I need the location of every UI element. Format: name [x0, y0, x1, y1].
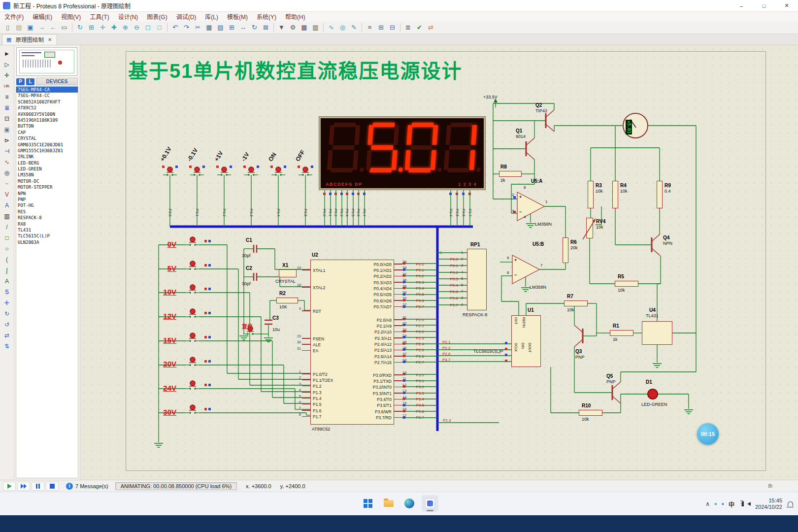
mcu-pin[interactable]: 34P0.5/AD5P0.5	[311, 292, 394, 298]
regulator-tl431[interactable]	[642, 321, 672, 345]
device-list-item[interactable]: CAP	[16, 130, 78, 135]
menu-item[interactable]: 帮助(H)	[281, 12, 310, 21]
zoom-out-icon[interactable]: ⊖	[132, 22, 142, 33]
mcu-pin[interactable]: 33P0.6/AD6P0.6	[311, 298, 394, 303]
current-probe-icon[interactable]: A	[1, 200, 12, 210]
origin-icon[interactable]: ✛	[98, 22, 108, 33]
device-list-item[interactable]: B45196H1106K109	[16, 117, 78, 123]
mcu-pin[interactable]: 14P3.4/T0P3.4	[311, 397, 394, 402]
wire-label-icon[interactable]: LBL	[1, 81, 12, 91]
tray-app-icon[interactable]: ●	[714, 501, 717, 506]
buses-icon[interactable]: ≣	[1, 102, 12, 113]
voltmeter[interactable]: +5.01	[623, 113, 648, 138]
push-button-+0.1v[interactable]	[164, 165, 176, 177]
mcu-pin[interactable]: 22P2.1/A9P2.1	[311, 323, 394, 329]
voltage-button-5v[interactable]	[186, 259, 199, 271]
2d-line-icon[interactable]: /	[1, 222, 12, 232]
voltage-button-12v[interactable]	[186, 306, 199, 319]
menu-item[interactable]: 视图(V)	[57, 12, 85, 21]
push-button--1v[interactable]	[245, 165, 258, 177]
resistor-r2[interactable]	[276, 298, 298, 303]
seven-segment-display[interactable]: ABCDEFG DP 1 2 3 4	[319, 117, 485, 190]
device-list-item[interactable]: BUTTON	[16, 123, 78, 129]
virtual-instruments-icon[interactable]: ▥	[1, 211, 12, 221]
device-list-item[interactable]: GRM1555C1H300JZ01	[16, 148, 78, 154]
device-list-item[interactable]: RESPACK-8	[16, 215, 78, 221]
menu-item[interactable]: 文件(F)	[0, 12, 28, 21]
minimize-button[interactable]: –	[730, 0, 753, 11]
zoom-area-icon[interactable]: □	[154, 22, 165, 33]
menu-item[interactable]: 库(L)	[200, 12, 223, 21]
device-list-item[interactable]: PNP	[16, 197, 78, 202]
respack-rp1[interactable]	[467, 249, 487, 310]
edge-browser-icon[interactable]	[401, 495, 418, 512]
rp1-pin[interactable]: P0.02	[438, 256, 467, 263]
mcu-pin[interactable]: 10P3.0/RXDP3.0	[311, 372, 394, 378]
mcu-pin[interactable]: 24P2.3/A11P2.3	[311, 335, 394, 341]
resistor-r1[interactable]	[610, 330, 633, 336]
h-mirror-icon[interactable]: ⇄	[1, 330, 12, 340]
mcu-pin[interactable]: 26P2.5/A13P2.5	[311, 347, 394, 353]
mcu-pin[interactable]: 37P0.2/AD2P0.2	[311, 273, 394, 279]
rp1-pin[interactable]: P0.68	[438, 295, 467, 301]
mcu-pin[interactable]: 13P3.3/INT1P3.3	[311, 390, 394, 396]
step-simulation-button[interactable]	[17, 482, 30, 491]
voltage-probe-icon[interactable]: V	[1, 189, 12, 200]
device-list-item[interactable]: 7SEG-MPX4-CA	[16, 87, 78, 93]
mcu-pin[interactable]: 15P3.5/T1P3.5	[311, 402, 394, 408]
instant-edit-icon[interactable]: ▣	[1, 124, 12, 134]
paste-icon[interactable]: ▧	[215, 22, 226, 33]
2d-arc-icon[interactable]: (	[1, 254, 12, 265]
2d-box-icon[interactable]: □	[1, 233, 12, 243]
redo-icon[interactable]: ↷	[181, 22, 192, 33]
mcu-pin[interactable]: 28P2.7/A15P2.7	[311, 360, 394, 366]
search-tag-icon[interactable]: ◎	[337, 22, 348, 33]
rotate-cw-icon[interactable]: ↻	[1, 308, 12, 319]
rp1-pin[interactable]: P0.57	[438, 289, 467, 295]
menu-item[interactable]: 工具(T)	[85, 12, 113, 21]
rotate-ccw-icon[interactable]: ↺	[1, 319, 12, 330]
led-d1[interactable]	[647, 389, 658, 399]
redraw-icon[interactable]: ↻	[75, 22, 85, 33]
mcu-pin[interactable]: 39P0.0/AD0P0.0	[311, 261, 394, 267]
voltage-button-0v[interactable]	[186, 234, 199, 247]
netlist-to-pcb-icon[interactable]: ⇄	[426, 22, 436, 33]
new-sheet-icon[interactable]: ⊞	[376, 22, 386, 33]
voltage-button-10v[interactable]	[186, 282, 199, 295]
device-list-item[interactable]: AVX0603Y5V100N	[16, 111, 78, 117]
generator-icon[interactable]: ~	[1, 178, 12, 189]
tab-schematic-capture[interactable]: ▦ 原理图绘制 ✕	[2, 34, 57, 45]
device-list-item[interactable]: GRM0335C1E200JD01	[16, 142, 78, 148]
stop-simulation-button[interactable]	[46, 482, 59, 491]
library-button[interactable]: L	[26, 78, 34, 85]
rp1-pin[interactable]: P0.46	[438, 282, 467, 289]
tape-recorder-icon[interactable]: ◎	[1, 167, 12, 178]
rp1-pin[interactable]: P0.79	[438, 302, 467, 308]
mcu-pin[interactable]: 25P2.4/A12P2.4	[311, 341, 394, 347]
menu-item[interactable]: 编辑(E)	[28, 12, 57, 21]
menu-item[interactable]: 模板(M)	[223, 12, 252, 21]
make-device-icon[interactable]: ⚙	[288, 22, 298, 33]
junction-dot-icon[interactable]: ✛	[1, 70, 12, 80]
2d-circle-icon[interactable]: ○	[1, 243, 12, 254]
intersheet-terminal-icon[interactable]: ⊳	[1, 135, 12, 145]
cut-icon[interactable]: ✂	[193, 22, 203, 33]
block-rotate-icon[interactable]: ↻	[249, 22, 260, 33]
voltage-button-15v[interactable]	[186, 331, 199, 343]
mcu-at89c52[interactable]: 19XTAL1 18XTAL2 9RST 29PSEN30ALE31EA 1P1…	[310, 260, 394, 425]
device-list-item[interactable]: RX8	[16, 221, 78, 227]
decompose-icon[interactable]: ▥	[310, 22, 321, 33]
schematic-overview-map[interactable]	[16, 47, 77, 76]
device-list-item[interactable]: MOTOR-STEPPER	[16, 184, 78, 190]
device-list-item[interactable]: POT-HG	[16, 202, 78, 208]
block-copy-icon[interactable]: ⊞	[227, 22, 237, 33]
design-explorer-icon[interactable]: ≡	[365, 22, 375, 33]
new-project-icon[interactable]: ▯	[2, 22, 13, 33]
resistor-r7[interactable]	[564, 300, 588, 306]
device-list-item[interactable]: ULN2003A	[16, 239, 78, 245]
resistor-r3[interactable]	[588, 181, 594, 208]
taskbar-clock[interactable]: 15:45 2024/10/22	[755, 498, 782, 510]
system-tray-cluster[interactable]	[739, 501, 751, 506]
reset-button[interactable]	[244, 324, 257, 336]
subcircuit-icon[interactable]: ⊡	[1, 113, 12, 124]
